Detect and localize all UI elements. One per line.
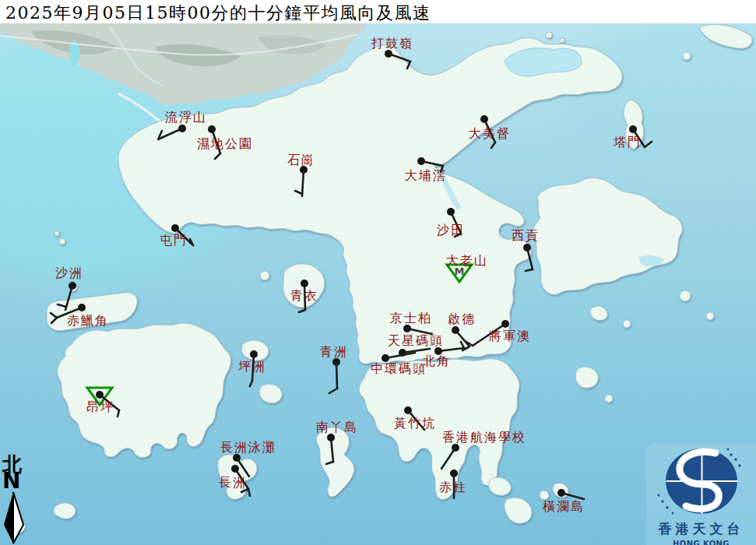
station-label: 南丫島 [316, 420, 358, 434]
hko-wind-map-screenshot: 打鼓嶺流浮山濕地公園石崗大美督塔門大埔滘沙田西貢M大老山屯門沙洲赤鱲角青衣京士柏… [0, 0, 756, 545]
station-label: 坪洲 [238, 359, 266, 374]
crooked-harbour-islet-2 [560, 38, 564, 43]
station-label: 啟德 [448, 311, 476, 326]
station-label: 將軍澳 [489, 329, 531, 343]
se-islet-1 [605, 395, 613, 403]
ma-wan-island [260, 271, 269, 280]
grass-islet [683, 52, 691, 60]
hko-logo: 香港天文台 HONG KONG OBSERVATORY [646, 444, 756, 545]
hko-name-english: HONG KONG OBSERVATORY [646, 540, 756, 545]
station-label: 黃竹坑 [394, 416, 436, 431]
station-label: 石崗 [287, 153, 315, 167]
map-canvas: 打鼓嶺流浮山濕地公園石崗大美督塔門大埔滘沙田西貢M大老山屯門沙洲赤鱲角青衣京士柏… [0, 0, 756, 545]
station-label: 屯門 [160, 233, 188, 248]
station-label: 北角 [423, 353, 451, 368]
station-label: 香港航海學校 [442, 430, 526, 445]
station-label: 濕地公園 [197, 136, 253, 151]
station-label: 大埔滘 [405, 168, 447, 183]
station-label: 青衣 [290, 288, 318, 303]
bluff-islet-1 [680, 290, 691, 301]
station-label: 流浮山 [165, 110, 207, 125]
se-islet-2 [623, 320, 631, 328]
station-label: 打鼓嶺 [371, 36, 413, 51]
station-label: 赤鱲角 [67, 313, 109, 328]
station-label: 大美督 [469, 126, 511, 141]
north-letter-label: N [2, 472, 30, 490]
station-label: 沙田 [437, 223, 465, 237]
map-title: 2025年9月05日15時00分的十分鐘平均風向及風速 [5, 2, 431, 25]
station-label: 昂坪 [86, 399, 114, 414]
north-arrow-icon [2, 490, 29, 545]
title-bar: 2025年9月05日15時00分的十分鐘平均風向及風速 [0, 0, 756, 23]
hko-logo-icon [647, 444, 756, 519]
station-label: 京士柏 [390, 311, 432, 325]
crooked-harbour-islet-1 [546, 32, 552, 38]
north-compass: 北 N [2, 455, 30, 545]
station-label: 長洲泳灘 [220, 440, 276, 455]
bluff-islet-2 [706, 312, 714, 320]
islet-small [55, 231, 59, 236]
station-label: 天星碼頭 [388, 333, 444, 348]
station-label: 大老山 [446, 253, 488, 268]
station-label: 赤柱 [439, 480, 467, 494]
station-label: 塔門 [614, 135, 642, 149]
wind-barb-shaft [336, 362, 337, 389]
station-label: 沙洲 [55, 265, 83, 280]
station-label: 橫瀾島 [543, 499, 585, 514]
station-label: 西貢 [512, 228, 540, 243]
station-label: 長洲 [219, 475, 247, 490]
tung-lung-island [575, 367, 598, 388]
station-label: 中環碼頭 [371, 361, 427, 376]
hko-name-chinese: 香港天文台 [646, 520, 756, 538]
lung-kwu-chau-islet [59, 238, 65, 244]
station-label: 青洲 [320, 344, 348, 359]
